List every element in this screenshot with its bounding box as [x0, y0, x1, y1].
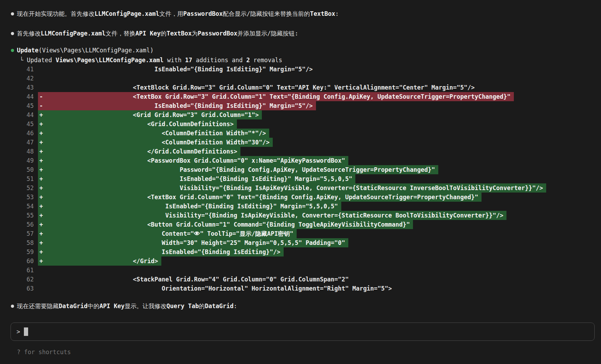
diff-line: 61: [0, 266, 601, 275]
diff-line: 43 <TextBlock Grid.Row="3" Grid.Column="…: [0, 83, 601, 92]
tool-title-segment: Update: [17, 47, 38, 54]
tool-call-title: Update(Views\Pages\LLMConfigPage.xaml): [17, 47, 154, 54]
message-bullet-icon: [11, 32, 14, 35]
diff-line: 44- <TextBox Grid.Row="3" Grid.Column="1…: [0, 92, 601, 101]
diff-line: 45+ <Grid.ColumnDefinitions>: [0, 119, 601, 129]
diff-added-code: + IsEnabled="{Binding IsEditing}" Margin…: [38, 202, 341, 211]
diff-line: 55+ Visibility="{Binding IsApiKeyVisible…: [0, 211, 601, 220]
diff-block: 41 IsEnabled="{Binding IsEditing}" Margi…: [0, 65, 601, 293]
message-segment: :: [335, 10, 339, 17]
diff-line: 52+ Visibility="{Binding IsApiKeyVisible…: [0, 183, 601, 193]
assistant-message: 现在还需要隐藏DataGrid中的API Key显示。让我修改Query Tab…: [0, 301, 601, 311]
message-segment: 文件，替换: [105, 30, 135, 37]
message-bullet-icon: [11, 305, 14, 308]
diff-line: 42: [0, 74, 601, 83]
line-number: 42: [0, 74, 38, 83]
assistant-messages-bottom: 现在还需要隐藏DataGrid中的API Key显示。让我修改Query Tab…: [0, 301, 601, 311]
diff-added-code: + Visibility="{Binding IsApiKeyVisible, …: [38, 183, 546, 193]
message-segment: 文件，用: [159, 10, 183, 17]
diff-added-code: + <Grid.ColumnDefinitions>: [38, 119, 237, 129]
tool-call-update: Update(Views\Pages\LLMConfigPage.xaml): [0, 46, 601, 55]
tool-result-segment: removals: [250, 57, 282, 64]
prompt-input[interactable]: >: [11, 323, 595, 341]
diff-line: 58+ Width="30" Height="25" Margin="0,5,5…: [0, 238, 601, 247]
diff-line: 47+ <ColumnDefinition Width="30"/>: [0, 138, 601, 147]
line-number: 51: [0, 174, 38, 183]
diff-line: 51+ IsEnabled="{Binding IsEditing}" Marg…: [0, 174, 601, 183]
message-segment: 配合显示/隐藏按钮来替换当前的: [223, 10, 310, 17]
elbow-connector-icon: └: [20, 57, 23, 64]
message-segment: API Key: [99, 303, 125, 310]
assistant-message: 首先修改LLMConfigPage.xaml文件，替换API Key的TextB…: [0, 29, 601, 38]
tool-result-segment: 17: [185, 57, 192, 64]
message-segment: 中的: [88, 303, 99, 310]
diff-line: 54+ IsEnabled="{Binding IsEditing}" Marg…: [0, 202, 601, 211]
prompt-chevron-icon: >: [17, 328, 20, 335]
message-segment: Query Tab: [167, 303, 199, 310]
message-segment: DataGrid: [59, 303, 88, 310]
text-cursor: [24, 327, 28, 336]
line-number: 41: [0, 65, 38, 74]
diff-line: 48+ </Grid.ColumnDefinitions>: [0, 147, 601, 156]
diff-added-code: + IsEnabled="{Binding IsEditing}"/>: [38, 247, 284, 256]
diff-removed-code: - IsEnabled="{Binding IsEditing}" Margin…: [38, 101, 316, 110]
message-segment: LLMConfigPage.xaml: [41, 30, 105, 37]
diff-line: 60+ </Grid>: [0, 256, 601, 266]
tool-bullet-icon: [11, 49, 14, 52]
line-number: 60: [0, 256, 38, 266]
diff-line: 63 Orientation="Horizontal" HorizontalAl…: [0, 284, 601, 293]
diff-added-code: + <TextBox Grid.Column="0" Text="{Bindin…: [38, 193, 482, 202]
message-segment: 并添加显示/隐藏按钮:: [237, 30, 298, 37]
line-number: 53: [0, 193, 38, 202]
diff-line: 53+ <TextBox Grid.Column="0" Text="{Bind…: [0, 193, 601, 202]
diff-added-code: + <PasswordBox Grid.Column="0" x:Name="A…: [38, 156, 348, 165]
line-number: 58: [0, 238, 38, 247]
diff-added-code: + <ColumnDefinition Width="30"/>: [38, 138, 273, 147]
diff-line: 62 <StackPanel Grid.Row="4" Grid.Column=…: [0, 275, 601, 284]
tool-result-text: Updated Views\Pages\LLMConfigPage.xaml w…: [27, 57, 282, 64]
message-segment: 为: [192, 30, 198, 37]
message-segment: API Key: [135, 30, 161, 37]
diff-added-code: + <Button Grid.Column="1" Command="{Bind…: [38, 220, 413, 229]
tool-result-segment: with: [163, 57, 185, 64]
line-number: 55: [0, 211, 38, 220]
line-number: 54: [0, 202, 38, 211]
tool-title-segment: (Views\Pages\LLMConfigPage.xaml): [38, 47, 154, 54]
line-number: 57: [0, 229, 38, 238]
message-segment: 的: [199, 303, 205, 310]
assistant-messages-top: 现在开始实现功能。首先修改LLMConfigPage.xaml文件，用Passw…: [0, 9, 601, 38]
tool-result-segment: Views\Pages\LLMConfigPage.xaml: [56, 57, 163, 64]
diff-added-code: + </Grid.ColumnDefinitions>: [38, 147, 240, 156]
line-number: 48: [0, 147, 38, 156]
diff-added-code: + Password="{Binding Config.ApiKey, Upda…: [38, 165, 438, 174]
diff-line: 50+ Password="{Binding Config.ApiKey, Up…: [0, 165, 601, 174]
line-number: 62: [0, 275, 38, 284]
shortcuts-hint: ? for shortcuts: [17, 349, 601, 356]
diff-added-code: + <Grid Grid.Row="3" Grid.Column="1">: [38, 110, 262, 119]
diff-line: 45- IsEnabled="{Binding IsEditing}" Marg…: [0, 101, 601, 110]
line-number: 44: [0, 92, 38, 101]
diff-context-code: <TextBlock Grid.Row="3" Grid.Column="0" …: [38, 83, 478, 92]
message-segment: LLMConfigPage.xaml: [95, 10, 159, 17]
line-number: 44: [0, 110, 38, 119]
line-number: 47: [0, 138, 38, 147]
diff-context-code: Orientation="Horizontal" HorizontalAlign…: [38, 284, 395, 293]
diff-line: 59+ IsEnabled="{Binding IsEditing}"/>: [0, 247, 601, 256]
diff-line: 46+ <ColumnDefinition Width="*"/>: [0, 129, 601, 138]
diff-added-code: + Width="30" Height="25" Margin="0,5,5,5…: [38, 238, 348, 247]
diff-line: 44+ <Grid Grid.Row="3" Grid.Column="1">: [0, 110, 601, 119]
tool-result-segment: Updated: [27, 57, 56, 64]
message-segment: 显示。让我修改: [125, 303, 167, 310]
diff-added-code: + </Grid>: [38, 256, 161, 266]
diff-added-code: + <ColumnDefinition Width="*"/>: [38, 129, 269, 138]
line-number: 56: [0, 220, 38, 229]
diff-line: 49+ <PasswordBox Grid.Column="0" x:Name=…: [0, 156, 601, 165]
diff-added-code: + IsEnabled="{Binding IsEditing}" Margin…: [38, 174, 355, 183]
line-number: 52: [0, 183, 38, 193]
message-segment: 现在开始实现功能。首先修改: [17, 10, 95, 17]
diff-line: 57+ Content="👁" ToolTip="显示/隐藏API密钥": [0, 229, 601, 238]
diff-removed-code: - <TextBox Grid.Row="3" Grid.Column="1" …: [38, 92, 514, 101]
message-segment: 现在还需要隐藏: [17, 303, 59, 310]
line-number: 43: [0, 83, 38, 92]
assistant-message: 现在开始实现功能。首先修改LLMConfigPage.xaml文件，用Passw…: [0, 9, 601, 18]
